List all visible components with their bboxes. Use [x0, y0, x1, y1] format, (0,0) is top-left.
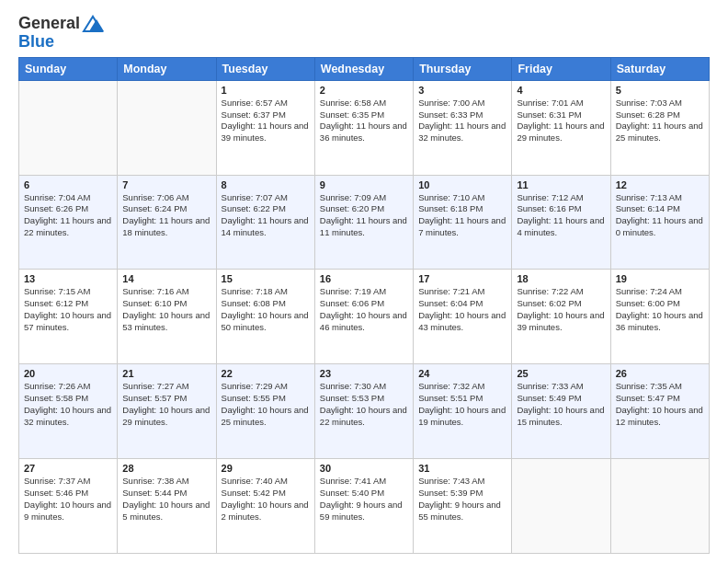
logo: GeneralBlue: [18, 15, 106, 52]
day-number: 19: [616, 273, 704, 284]
calendar-header-row: SundayMondayTuesdayWednesdayThursdayFrid…: [19, 57, 710, 80]
calendar-cell: 26Sunrise: 7:35 AM Sunset: 5:47 PM Dayli…: [610, 364, 709, 459]
day-number: 3: [418, 85, 506, 96]
day-info: Sunrise: 6:58 AM Sunset: 6:35 PM Dayligh…: [320, 98, 408, 144]
calendar-cell: 24Sunrise: 7:32 AM Sunset: 5:51 PM Dayli…: [414, 364, 512, 459]
day-info: Sunrise: 7:18 AM Sunset: 6:08 PM Dayligh…: [222, 286, 310, 333]
day-number: 29: [222, 463, 310, 474]
day-info: Sunrise: 7:03 AM Sunset: 6:28 PM Dayligh…: [616, 98, 704, 144]
calendar-cell: 5Sunrise: 7:03 AM Sunset: 6:28 PM Daylig…: [610, 80, 709, 175]
day-number: 10: [418, 179, 506, 190]
day-number: 31: [418, 463, 506, 474]
calendar-cell: 31Sunrise: 7:43 AM Sunset: 5:39 PM Dayli…: [414, 459, 512, 554]
logo-triangle-icon: [80, 15, 106, 33]
day-number: 15: [222, 273, 310, 284]
day-info: Sunrise: 7:24 AM Sunset: 6:00 PM Dayligh…: [616, 286, 704, 333]
day-number: 12: [616, 179, 704, 190]
day-info: Sunrise: 7:04 AM Sunset: 6:26 PM Dayligh…: [24, 192, 112, 239]
day-info: Sunrise: 7:13 AM Sunset: 6:14 PM Dayligh…: [616, 192, 704, 239]
day-info: Sunrise: 7:40 AM Sunset: 5:42 PM Dayligh…: [222, 476, 310, 523]
calendar-cell: [610, 459, 709, 554]
calendar-header-wednesday: Wednesday: [314, 57, 413, 80]
calendar-header-sunday: Sunday: [19, 57, 118, 80]
day-info: Sunrise: 7:22 AM Sunset: 6:02 PM Dayligh…: [517, 286, 605, 333]
day-number: 17: [418, 273, 506, 284]
day-info: Sunrise: 7:07 AM Sunset: 6:22 PM Dayligh…: [222, 192, 310, 239]
day-number: 9: [320, 179, 408, 190]
calendar-cell: 8Sunrise: 7:07 AM Sunset: 6:22 PM Daylig…: [216, 175, 314, 270]
calendar-cell: 15Sunrise: 7:18 AM Sunset: 6:08 PM Dayli…: [216, 270, 314, 364]
day-info: Sunrise: 7:09 AM Sunset: 6:20 PM Dayligh…: [320, 192, 408, 239]
day-info: Sunrise: 7:27 AM Sunset: 5:57 PM Dayligh…: [122, 381, 210, 428]
calendar-cell: 23Sunrise: 7:30 AM Sunset: 5:53 PM Dayli…: [314, 364, 413, 459]
calendar-cell: 12Sunrise: 7:13 AM Sunset: 6:14 PM Dayli…: [610, 175, 709, 270]
calendar-week-row: 27Sunrise: 7:37 AM Sunset: 5:46 PM Dayli…: [19, 459, 710, 554]
day-info: Sunrise: 7:06 AM Sunset: 6:24 PM Dayligh…: [122, 192, 210, 239]
svg-marker-1: [89, 19, 104, 31]
day-info: Sunrise: 7:32 AM Sunset: 5:51 PM Dayligh…: [418, 381, 506, 428]
calendar-cell: 2Sunrise: 6:58 AM Sunset: 6:35 PM Daylig…: [314, 80, 413, 175]
calendar-header-saturday: Saturday: [610, 57, 709, 80]
day-number: 5: [616, 85, 704, 96]
calendar-header-friday: Friday: [512, 57, 610, 80]
calendar-week-row: 1Sunrise: 6:57 AM Sunset: 6:37 PM Daylig…: [19, 80, 710, 175]
day-info: Sunrise: 7:10 AM Sunset: 6:18 PM Dayligh…: [418, 192, 506, 239]
calendar-cell: 19Sunrise: 7:24 AM Sunset: 6:00 PM Dayli…: [610, 270, 709, 364]
calendar-cell: 28Sunrise: 7:38 AM Sunset: 5:44 PM Dayli…: [118, 459, 216, 554]
calendar-cell: 11Sunrise: 7:12 AM Sunset: 6:16 PM Dayli…: [512, 175, 610, 270]
calendar-cell: 29Sunrise: 7:40 AM Sunset: 5:42 PM Dayli…: [216, 459, 314, 554]
day-number: 13: [24, 273, 112, 284]
day-info: Sunrise: 7:16 AM Sunset: 6:10 PM Dayligh…: [122, 286, 210, 333]
calendar-cell: 22Sunrise: 7:29 AM Sunset: 5:55 PM Dayli…: [216, 364, 314, 459]
day-number: 16: [320, 273, 408, 284]
day-info: Sunrise: 7:26 AM Sunset: 5:58 PM Dayligh…: [24, 381, 112, 428]
calendar-cell: 13Sunrise: 7:15 AM Sunset: 6:12 PM Dayli…: [19, 270, 118, 364]
calendar-week-row: 20Sunrise: 7:26 AM Sunset: 5:58 PM Dayli…: [19, 364, 710, 459]
day-info: Sunrise: 7:00 AM Sunset: 6:33 PM Dayligh…: [418, 98, 506, 144]
day-number: 11: [517, 179, 605, 190]
day-info: Sunrise: 6:57 AM Sunset: 6:37 PM Dayligh…: [222, 98, 310, 144]
calendar-cell: 18Sunrise: 7:22 AM Sunset: 6:02 PM Dayli…: [512, 270, 610, 364]
day-number: 1: [222, 85, 310, 96]
calendar-cell: 16Sunrise: 7:19 AM Sunset: 6:06 PM Dayli…: [314, 270, 413, 364]
calendar-cell: [118, 80, 216, 175]
day-number: 25: [517, 368, 605, 379]
calendar-cell: 9Sunrise: 7:09 AM Sunset: 6:20 PM Daylig…: [314, 175, 413, 270]
day-number: 6: [24, 179, 112, 190]
day-info: Sunrise: 7:33 AM Sunset: 5:49 PM Dayligh…: [517, 381, 605, 428]
calendar-cell: [19, 80, 118, 175]
day-info: Sunrise: 7:30 AM Sunset: 5:53 PM Dayligh…: [320, 381, 408, 428]
day-info: Sunrise: 7:43 AM Sunset: 5:39 PM Dayligh…: [418, 476, 506, 523]
day-info: Sunrise: 7:38 AM Sunset: 5:44 PM Dayligh…: [122, 476, 210, 523]
calendar-cell: 20Sunrise: 7:26 AM Sunset: 5:58 PM Dayli…: [19, 364, 118, 459]
day-number: 23: [320, 368, 408, 379]
calendar-cell: 7Sunrise: 7:06 AM Sunset: 6:24 PM Daylig…: [118, 175, 216, 270]
calendar-cell: 21Sunrise: 7:27 AM Sunset: 5:57 PM Dayli…: [118, 364, 216, 459]
logo-blue-text: Blue: [18, 33, 54, 52]
calendar-header-thursday: Thursday: [414, 57, 512, 80]
day-info: Sunrise: 7:41 AM Sunset: 5:40 PM Dayligh…: [320, 476, 408, 523]
day-info: Sunrise: 7:21 AM Sunset: 6:04 PM Dayligh…: [418, 286, 506, 333]
calendar-cell: 1Sunrise: 6:57 AM Sunset: 6:37 PM Daylig…: [216, 80, 314, 175]
calendar-cell: 4Sunrise: 7:01 AM Sunset: 6:31 PM Daylig…: [512, 80, 610, 175]
day-number: 7: [122, 179, 210, 190]
calendar-header-tuesday: Tuesday: [216, 57, 314, 80]
day-number: 14: [122, 273, 210, 284]
calendar-cell: [512, 459, 610, 554]
calendar-cell: 3Sunrise: 7:00 AM Sunset: 6:33 PM Daylig…: [414, 80, 512, 175]
day-number: 28: [122, 463, 210, 474]
day-number: 18: [517, 273, 605, 284]
calendar-cell: 14Sunrise: 7:16 AM Sunset: 6:10 PM Dayli…: [118, 270, 216, 364]
day-info: Sunrise: 7:01 AM Sunset: 6:31 PM Dayligh…: [517, 98, 605, 144]
day-number: 24: [418, 368, 506, 379]
calendar-week-row: 6Sunrise: 7:04 AM Sunset: 6:26 PM Daylig…: [19, 175, 710, 270]
day-number: 8: [222, 179, 310, 190]
day-info: Sunrise: 7:12 AM Sunset: 6:16 PM Dayligh…: [517, 192, 605, 239]
calendar-cell: 25Sunrise: 7:33 AM Sunset: 5:49 PM Dayli…: [512, 364, 610, 459]
day-number: 26: [616, 368, 704, 379]
day-info: Sunrise: 7:37 AM Sunset: 5:46 PM Dayligh…: [24, 476, 112, 523]
page: GeneralBlue SundayMondayTuesdayWednesday…: [0, 0, 728, 563]
header: GeneralBlue: [18, 15, 710, 52]
calendar-header-monday: Monday: [118, 57, 216, 80]
calendar-cell: 6Sunrise: 7:04 AM Sunset: 6:26 PM Daylig…: [19, 175, 118, 270]
